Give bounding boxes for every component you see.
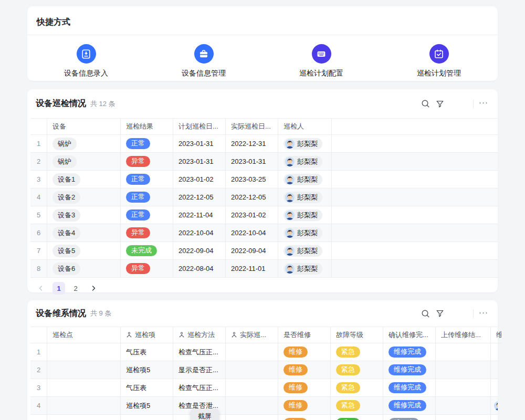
filter-icon[interactable] (433, 306, 447, 321)
actual-cell[interactable] (226, 379, 278, 397)
repair-badge[interactable]: 维修 (284, 346, 308, 358)
person-chip[interactable]: 彭梨梨 (284, 174, 322, 185)
actual-date-cell[interactable]: 2023-01-02 (226, 206, 278, 224)
inspection-column-header[interactable]: 巡检人 (278, 119, 332, 135)
page-number-2[interactable]: 2 (69, 282, 82, 295)
plan-date-cell[interactable]: 2023-01-02 (173, 171, 226, 188)
person-chip[interactable]: 彭梨梨 (284, 263, 322, 275)
device-cell[interactable]: 设备6 (47, 260, 121, 278)
plan-date-cell[interactable]: 2022-10-04 (173, 224, 226, 242)
table-row[interactable]: 5设备3正常2022-11-042023-01-02彭梨梨 (30, 206, 498, 224)
person-chip[interactable]: 彭梨梨 (284, 192, 322, 203)
device-tag[interactable]: 设备3 (52, 209, 80, 222)
table-row[interactable]: 1锅炉正常2023-01-312022-12-31彭梨梨 (30, 135, 498, 153)
status-badge[interactable]: 正常 (126, 209, 150, 220)
result-cell[interactable]: 异常 (121, 153, 173, 171)
inspector-cell[interactable]: 彭梨梨 (278, 260, 332, 278)
table-row[interactable]: 8设备6异常2022-08-042022-11-01彭梨梨 (30, 260, 498, 278)
inspector-cell[interactable]: 彭梨梨 (278, 188, 332, 206)
person-chip[interactable]: 彭梨梨 (284, 209, 322, 221)
plan-date-cell[interactable]: 2022-09-04 (173, 242, 226, 260)
inspector-cell[interactable]: 彭梨梨 (278, 153, 332, 171)
severity-cell[interactable]: 紧急 (331, 379, 383, 397)
inspection-column-header[interactable]: 设备 (47, 119, 121, 135)
status-badge[interactable]: 正常 (126, 174, 150, 185)
severity-cell[interactable]: 重要 (331, 415, 383, 420)
method-cell[interactable]: 检查气压正... (173, 343, 226, 361)
worker-cell[interactable] (491, 415, 498, 420)
inspector-cell[interactable]: 彭梨梨 (278, 224, 332, 242)
repair-cell[interactable]: 维修 (278, 379, 331, 397)
point-cell[interactable] (47, 415, 121, 420)
worker-cell[interactable] (491, 397, 498, 415)
device-cell[interactable]: 设备2 (47, 188, 121, 206)
actual-date-cell[interactable]: 2022-11-01 (226, 260, 278, 278)
result-cell[interactable]: 正常 (121, 206, 173, 224)
person-chip[interactable]: 彭梨梨 (284, 245, 322, 257)
table-row[interactable]: 3设备1正常2023-01-022023-03-25彭梨梨 (30, 171, 498, 188)
confirm-badge[interactable]: 维修完成 (388, 346, 426, 358)
result-cell[interactable]: 正常 (121, 188, 173, 206)
method-cell[interactable]: 检查气压正... (173, 379, 226, 397)
plan-date-cell[interactable]: 2022-12-05 (173, 188, 226, 206)
result-cell[interactable]: 异常 (121, 260, 173, 278)
shortcut-item-2[interactable]: 设备信息管理 (145, 44, 262, 78)
upload-cell[interactable] (436, 361, 491, 379)
status-badge[interactable]: 异常 (126, 263, 150, 274)
person-chip[interactable]: 彭梨梨 (284, 156, 322, 167)
confirm-badge[interactable]: 维修中 (388, 418, 419, 420)
confirm-cell[interactable]: 维修完成 (383, 343, 436, 361)
shortcut-item-3[interactable]: 巡检计划配置 (262, 44, 380, 78)
severity-cell[interactable]: 紧急 (331, 343, 383, 361)
result-cell[interactable]: 正常 (121, 171, 173, 188)
person-chip[interactable]: 彭梨梨 (284, 227, 322, 239)
more-icon[interactable]: ··· (474, 98, 489, 110)
page-number-1[interactable]: 1 (52, 282, 65, 295)
severity-badge[interactable]: 紧急 (336, 364, 360, 375)
actual-date-cell[interactable]: 2023-01-31 (226, 153, 278, 171)
device-cell[interactable]: 锅炉 (47, 153, 121, 171)
method-cell[interactable]: 显示是否正... (173, 361, 226, 379)
maintenance-column-header[interactable]: 故障等级 (331, 327, 383, 343)
point-cell[interactable] (47, 361, 121, 379)
maintenance-column-header[interactable]: 巡检点 (47, 327, 121, 343)
point-cell[interactable] (47, 397, 121, 415)
maintenance-column-header[interactable]: 确认维修完... (383, 327, 436, 343)
worker-cell[interactable] (491, 379, 498, 397)
inspection-column-header[interactable]: 计划巡检日... (173, 119, 226, 135)
table-row[interactable]: 5巡检项5显示是否正...维修重要维修中 (30, 415, 498, 420)
confirm-cell[interactable]: 维修完成 (383, 397, 436, 415)
plan-date-cell[interactable]: 2023-01-31 (173, 135, 226, 153)
item-cell[interactable]: 气压表 (121, 343, 173, 361)
severity-cell[interactable]: 紧急 (331, 361, 383, 379)
maintenance-column-header[interactable]: 是否维修 (278, 327, 331, 343)
table-row[interactable]: 6设备4异常2022-10-042022-10-04彭梨梨 (30, 224, 498, 242)
inspection-column-header[interactable]: 实际巡检日... (226, 119, 278, 135)
status-badge[interactable]: 正常 (126, 138, 150, 149)
repair-badge[interactable]: 维修 (284, 382, 308, 393)
actual-date-cell[interactable]: 2022-12-31 (226, 135, 278, 153)
table-row[interactable]: 4设备2正常2022-12-052022-12-05彭梨梨 (30, 188, 498, 206)
repair-cell[interactable]: 维修 (278, 361, 331, 379)
severity-badge[interactable]: 紧急 (336, 400, 360, 411)
table-row[interactable]: 2锅炉异常2023-01-312023-01-31彭梨梨 (30, 153, 498, 171)
search-icon[interactable] (418, 97, 433, 111)
confirm-badge[interactable]: 维修完成 (388, 364, 426, 375)
result-cell[interactable]: 正常 (121, 135, 173, 153)
search-icon[interactable] (418, 306, 433, 321)
maintenance-column-header[interactable]: 巡检项 (121, 327, 173, 343)
maintenance-column-header[interactable]: 实际巡... (226, 327, 278, 343)
actual-cell[interactable] (226, 397, 278, 415)
inspector-cell[interactable]: 彭梨梨 (278, 206, 332, 224)
device-cell[interactable]: 设备4 (47, 224, 121, 242)
device-tag[interactable]: 锅炉 (52, 155, 77, 168)
confirm-badge[interactable]: 维修完成 (388, 400, 426, 411)
repair-cell[interactable]: 维修 (278, 343, 331, 361)
status-badge[interactable]: 未完成 (126, 245, 157, 256)
inspector-cell[interactable]: 彭梨梨 (278, 135, 332, 153)
result-cell[interactable]: 未完成 (121, 242, 173, 260)
severity-badge[interactable]: 紧急 (336, 382, 360, 393)
device-cell[interactable]: 设备5 (47, 242, 121, 260)
more-icon[interactable]: ··· (474, 308, 489, 320)
point-cell[interactable] (47, 343, 121, 361)
